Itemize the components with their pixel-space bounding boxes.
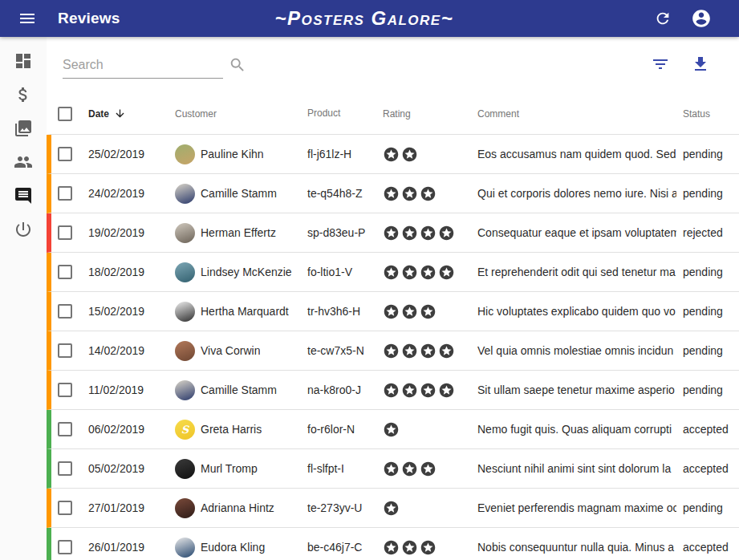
table-row[interactable]: 26/01/2019Eudora Klingbe-c46j7-CNobis co… <box>47 528 739 560</box>
row-status: pending <box>676 305 739 318</box>
row-checkbox[interactable] <box>58 540 72 554</box>
row-checkbox[interactable] <box>58 304 72 319</box>
customer-name: Murl Tromp <box>201 462 258 475</box>
row-customer: SGreta Harris <box>169 420 301 440</box>
star-icon <box>401 146 418 163</box>
row-rating <box>376 382 471 399</box>
sidebar-item-reviews[interactable] <box>14 186 33 205</box>
row-checkbox[interactable] <box>58 422 72 436</box>
row-checkbox[interactable] <box>58 343 72 358</box>
row-status: rejected <box>676 226 739 239</box>
row-checkbox[interactable] <box>58 383 72 397</box>
row-checkbox-cell <box>51 265 88 279</box>
table-row[interactable]: 06/02/2019SGreta Harrisfo-r6lor-NNemo fu… <box>47 410 739 449</box>
row-comment: Consequatur eaque et ipsam voluptatem <box>471 226 676 239</box>
row-rating <box>376 146 471 163</box>
row-date: 05/02/2019 <box>88 462 169 475</box>
row-date: 15/02/2019 <box>88 305 169 318</box>
refresh-icon[interactable] <box>654 10 672 27</box>
customer-name: Lindsey McKenzie <box>201 266 292 278</box>
row-rating <box>376 185 471 202</box>
row-checkbox-cell <box>51 383 88 397</box>
row-checkbox[interactable] <box>58 265 72 279</box>
table-row[interactable]: 27/01/2019Adrianna Hintzte-273yv-UEvenie… <box>47 489 739 528</box>
header-product: Product <box>301 106 376 121</box>
customer-name: Camille Stamm <box>201 383 277 396</box>
star-icon <box>383 146 400 163</box>
row-customer: Lindsey McKenzie <box>169 262 301 282</box>
row-date: 19/02/2019 <box>88 226 169 239</box>
row-product: fl-slfpt-I <box>301 461 376 477</box>
sidebar-item-dashboard[interactable] <box>14 51 33 71</box>
star-icon <box>401 225 418 241</box>
sidebar-item-logout[interactable] <box>14 220 33 239</box>
star-icon <box>438 264 455 281</box>
header-status: Status <box>676 108 739 120</box>
star-icon <box>420 303 436 320</box>
row-date: 11/02/2019 <box>88 383 169 396</box>
sidebar-item-customers[interactable] <box>14 152 33 172</box>
table-row[interactable]: 14/02/2019Viva Corwinte-cw7x5-NVel quia … <box>47 331 739 371</box>
sidebar-item-sales[interactable] <box>14 85 33 104</box>
page-title: Reviews <box>58 10 120 27</box>
row-product: fo-r6lor-N <box>301 422 376 437</box>
star-icon <box>383 539 400 556</box>
row-comment: Sit ullam saepe tenetur maxime asperio <box>471 383 676 396</box>
row-checkbox-cell <box>51 304 88 319</box>
row-checkbox[interactable] <box>58 501 72 515</box>
row-comment: Et reprehenderit odit qui sed tenetur ma <box>471 266 676 278</box>
star-icon <box>438 382 455 399</box>
hamburger-icon <box>18 9 37 28</box>
row-product: te-q54h8-Z <box>301 186 376 201</box>
header-rating: Rating <box>376 108 471 120</box>
table-row[interactable]: 18/02/2019Lindsey McKenziefo-ltio1-VEt r… <box>47 253 739 292</box>
star-icon <box>438 225 455 241</box>
star-icon <box>383 225 400 241</box>
row-checkbox[interactable] <box>58 186 72 201</box>
row-checkbox-cell <box>51 225 88 240</box>
row-comment: Nesciunt nihil animi sint sint dolorum l… <box>471 462 676 475</box>
search-input[interactable] <box>63 58 229 72</box>
filter-list-icon[interactable] <box>651 55 670 74</box>
list-toolbar <box>47 37 739 93</box>
header-customer: Customer <box>169 108 301 120</box>
star-icon <box>401 343 418 359</box>
customer-avatar <box>175 459 195 479</box>
table-row[interactable]: 05/02/2019Murl Trompfl-slfpt-INesciunt n… <box>47 449 739 489</box>
select-all-checkbox[interactable] <box>58 107 72 121</box>
table-row[interactable]: 25/02/2019Pauline Kihnfl-j61lz-HEos accu… <box>47 135 739 174</box>
sidebar-item-catalog[interactable] <box>14 119 33 138</box>
customer-avatar <box>175 223 195 243</box>
row-date: 25/02/2019 <box>88 148 169 160</box>
table-row[interactable]: 15/02/2019Hertha Marquardttr-hv3h6-HHic … <box>47 292 739 331</box>
download-icon[interactable] <box>691 55 710 74</box>
sort-desc-arrow-icon <box>114 108 126 120</box>
sort-date-button[interactable]: Date <box>88 108 169 120</box>
row-customer: Eudora Kling <box>169 538 301 558</box>
customer-avatar <box>175 144 195 164</box>
row-status: pending <box>676 266 739 278</box>
row-status: accepted <box>676 462 739 475</box>
row-checkbox[interactable] <box>58 147 72 161</box>
row-status: pending <box>676 344 739 357</box>
hamburger-menu-button[interactable] <box>18 9 37 28</box>
row-checkbox-cell <box>51 422 88 436</box>
row-checkbox-cell <box>51 461 88 476</box>
star-icon <box>420 382 436 399</box>
row-rating <box>376 461 471 477</box>
star-icon <box>383 264 400 281</box>
table-row[interactable]: 24/02/2019Camille Stammte-q54h8-ZQui et … <box>47 174 739 213</box>
table-row[interactable]: 19/02/2019Herman Effertzsp-d83eu-PConseq… <box>47 213 739 253</box>
customer-name: Adrianna Hintz <box>201 501 274 514</box>
row-product: fo-ltio1-V <box>301 265 376 280</box>
star-icon <box>383 303 400 320</box>
row-checkbox[interactable] <box>58 225 72 240</box>
star-icon <box>401 382 418 399</box>
star-icon <box>383 382 400 399</box>
row-checkbox[interactable] <box>58 461 72 476</box>
row-checkbox-cell <box>51 501 88 515</box>
star-icon <box>420 225 436 241</box>
table-row[interactable]: 11/02/2019Camille Stammna-k8ro0-JSit ull… <box>47 371 739 410</box>
account-circle-icon[interactable] <box>691 8 712 29</box>
app-logo[interactable]: ~Posters Galore~ <box>274 7 453 30</box>
